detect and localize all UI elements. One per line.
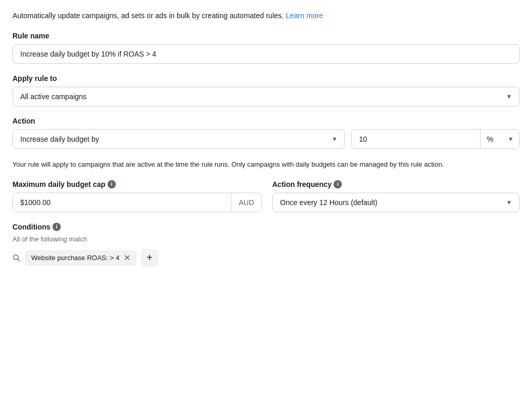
condition-text: Website purchase ROAS: > 4 [31, 254, 119, 262]
condition-row: Website purchase ROAS: > 4 ✕ + [12, 249, 520, 267]
add-condition-button[interactable]: + [141, 249, 158, 267]
action-section: Action Increase daily budget by Decrease… [12, 117, 520, 149]
rule-name-label: Rule name [12, 32, 520, 40]
search-icon [12, 254, 21, 262]
max-budget-col: Maximum daily budget cap i AUD [12, 180, 262, 212]
intro-description: Automatically update campaigns, ad sets … [12, 10, 520, 21]
max-budget-label-row: Maximum daily budget cap i [12, 180, 262, 188]
action-unit-wrapper: % $ AUD ▼ [480, 130, 519, 148]
budget-frequency-row: Maximum daily budget cap i AUD Action fr… [12, 180, 520, 212]
rule-name-section: Rule name [12, 32, 520, 64]
rule-name-input[interactable] [12, 44, 520, 64]
condition-remove-button[interactable]: ✕ [124, 254, 130, 262]
action-label: Action [12, 117, 520, 125]
action-row: Increase daily budget by Decrease daily … [12, 129, 520, 149]
action-frequency-label: Action frequency [272, 180, 331, 188]
action-frequency-label-row: Action frequency i [272, 180, 520, 188]
action-value-wrapper: % $ AUD ▼ [351, 129, 520, 149]
action-unit-select[interactable]: % $ AUD [481, 130, 519, 148]
apply-rule-select[interactable]: All active campaigns All active ad sets … [12, 87, 520, 106]
action-type-wrapper: Increase daily budget by Decrease daily … [12, 129, 345, 149]
action-frequency-col: Action frequency i Once every 12 Hours (… [272, 180, 520, 212]
condition-tag: Website purchase ROAS: > 4 ✕ [25, 250, 137, 266]
apply-rule-select-wrapper: All active campaigns All active ad sets … [12, 87, 520, 106]
action-frequency-select-wrapper: Once every 12 Hours (default) Once every… [272, 193, 520, 212]
max-budget-info-icon[interactable]: i [108, 180, 116, 188]
action-frequency-select[interactable]: Once every 12 Hours (default) Once every… [272, 193, 520, 212]
action-info-text: Your rule will apply to campaigns that a… [12, 159, 520, 170]
action-value-input[interactable] [352, 130, 480, 148]
action-frequency-info-icon[interactable]: i [334, 180, 342, 188]
max-budget-input[interactable] [13, 193, 231, 212]
svg-line-1 [18, 259, 20, 261]
apply-rule-section: Apply rule to All active campaigns All a… [12, 74, 520, 106]
learn-more-link[interactable]: Learn more [286, 11, 323, 20]
conditions-section: Conditions i All of the following match … [12, 223, 520, 267]
conditions-label-row: Conditions i [12, 223, 520, 231]
currency-label: AUD [231, 193, 261, 212]
apply-rule-label: Apply rule to [12, 74, 520, 83]
conditions-info-icon[interactable]: i [52, 223, 61, 231]
conditions-label: Conditions [12, 223, 50, 231]
max-budget-label: Maximum daily budget cap [12, 180, 105, 188]
action-type-select[interactable]: Increase daily budget by Decrease daily … [12, 129, 345, 149]
max-budget-input-wrapper: AUD [12, 193, 262, 212]
conditions-subtitle: All of the following match [12, 235, 520, 243]
